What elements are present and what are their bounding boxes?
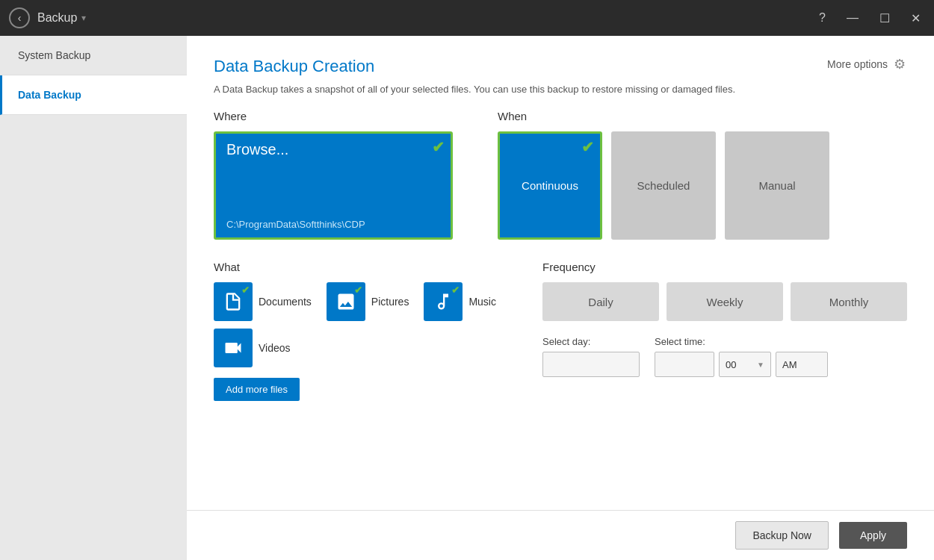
select-day-label: Select day: <box>542 336 640 347</box>
music-svg-icon <box>433 291 454 312</box>
time-hour-display: 00 ▼ <box>719 352 771 377</box>
file-type-videos[interactable]: Videos <box>214 329 291 367</box>
back-button[interactable]: ‹ <box>9 7 30 28</box>
sidebar-item-data-backup[interactable]: Data Backup <box>0 75 187 115</box>
videos-label: Videos <box>259 342 291 354</box>
picture-svg-icon <box>335 291 356 312</box>
titlebar: ‹ Backup ▾ ? — ☐ ✕ <box>0 0 934 36</box>
when-continuous-label: Continuous <box>522 179 578 192</box>
select-row: Select day: Select time: <box>542 336 907 377</box>
content-area: Data Backup Creation More options ⚙ A Da… <box>187 36 934 510</box>
sidebar: System Backup Data Backup <box>0 36 187 560</box>
what-section: What ✔ Documents <box>214 261 513 401</box>
music-checkmark-icon: ✔ <box>451 284 460 296</box>
music-label: Music <box>468 296 496 308</box>
more-options-button[interactable]: More options ⚙ <box>827 57 907 72</box>
select-time-label: Select time: <box>655 336 828 347</box>
frequency-label: Frequency <box>542 261 907 273</box>
video-svg-icon <box>223 337 244 358</box>
documents-checkmark-icon: ✔ <box>241 284 250 296</box>
when-card-scheduled[interactable]: Scheduled <box>611 131 716 240</box>
browse-path: C:\ProgramData\Softthinks\CDP <box>226 219 440 230</box>
document-svg-icon <box>223 291 244 312</box>
main-layout: System Backup Data Backup Data Backup Cr… <box>0 36 934 560</box>
select-ampm-dropdown[interactable]: AM PM <box>776 352 828 377</box>
documents-icon-box: ✔ <box>214 282 253 321</box>
close-button[interactable]: ✕ <box>906 11 925 25</box>
when-scheduled-label: Scheduled <box>637 179 690 192</box>
apply-button[interactable]: Apply <box>839 522 907 549</box>
bottom-bar: Backup Now Apply <box>187 510 934 560</box>
minimize-button[interactable]: — <box>842 11 863 25</box>
file-types-grid: ✔ Documents ✔ Pictures <box>214 282 513 367</box>
frequency-section: Frequency Daily Weekly Monthly <box>542 261 907 416</box>
where-section: Where ✔ Browse... C:\ProgramData\Softthi… <box>214 110 468 240</box>
freq-card-monthly[interactable]: Monthly <box>791 282 907 321</box>
maximize-button[interactable]: ☐ <box>875 11 894 25</box>
back-icon: ‹ <box>18 12 22 24</box>
help-button[interactable]: ? <box>814 11 830 25</box>
select-day-group: Select day: <box>542 336 640 377</box>
when-cards: ✔ Continuous Scheduled Manual <box>498 131 907 240</box>
app-title: Backup ▾ <box>37 11 86 25</box>
when-card-continuous[interactable]: ✔ Continuous <box>498 131 602 240</box>
file-type-music[interactable]: ✔ Music <box>424 282 496 321</box>
freq-card-daily[interactable]: Daily <box>542 282 659 321</box>
when-card-manual[interactable]: Manual <box>725 131 829 240</box>
app-title-text: Backup <box>37 11 77 25</box>
documents-label: Documents <box>259 296 312 308</box>
time-arrow-icon: ▼ <box>757 361 764 369</box>
file-type-pictures[interactable]: ✔ Pictures <box>327 282 409 321</box>
where-when-row: Where ✔ Browse... C:\ProgramData\Softthi… <box>214 110 907 240</box>
sidebar-item-system-backup[interactable]: System Backup <box>0 36 187 75</box>
what-frequency-row: What ✔ Documents <box>214 261 907 416</box>
description-text: A Data Backup takes a snapshot of all of… <box>214 84 907 95</box>
freq-card-weekly[interactable]: Weekly <box>667 282 783 321</box>
monthly-label: Monthly <box>829 296 869 308</box>
continuous-checkmark-icon: ✔ <box>581 138 594 156</box>
frequency-cards: Daily Weekly Monthly <box>542 282 907 321</box>
title-chevron-icon: ▾ <box>81 13 86 23</box>
file-type-documents[interactable]: ✔ Documents <box>214 282 312 321</box>
browse-label: Browse... <box>226 141 440 158</box>
backup-now-button[interactable]: Backup Now <box>735 521 829 550</box>
when-section: When ✔ Continuous Scheduled M <box>498 110 907 240</box>
gear-icon: ⚙ <box>892 57 907 72</box>
select-day-dropdown[interactable] <box>542 352 640 377</box>
browse-card[interactable]: ✔ Browse... C:\ProgramData\Softthinks\CD… <box>214 131 453 240</box>
pictures-checkmark-icon: ✔ <box>354 284 362 296</box>
where-label: Where <box>214 110 468 122</box>
weekly-label: Weekly <box>707 296 743 308</box>
sidebar-item-label: System Backup <box>18 49 90 61</box>
sidebar-item-label: Data Backup <box>18 89 81 101</box>
page-title: Data Backup Creation <box>214 57 374 76</box>
videos-icon-box <box>214 329 253 367</box>
pictures-label: Pictures <box>371 296 409 308</box>
window-controls: ? — ☐ ✕ <box>814 11 925 25</box>
select-time-hour-dropdown[interactable] <box>655 352 714 377</box>
select-time-group: Select time: 00 ▼ AM <box>655 336 828 377</box>
what-label: What <box>214 261 513 273</box>
content-header: Data Backup Creation More options ⚙ <box>214 57 907 76</box>
more-options-label: More options <box>827 58 888 70</box>
when-manual-label: Manual <box>758 179 795 192</box>
add-more-files-button[interactable]: Add more files <box>214 378 300 401</box>
pictures-icon-box: ✔ <box>327 282 365 321</box>
time-hour-value: 00 <box>726 359 736 370</box>
music-icon-box: ✔ <box>424 282 463 321</box>
daily-label: Daily <box>588 296 613 308</box>
when-label: When <box>498 110 907 122</box>
browse-checkmark-icon: ✔ <box>432 138 445 156</box>
